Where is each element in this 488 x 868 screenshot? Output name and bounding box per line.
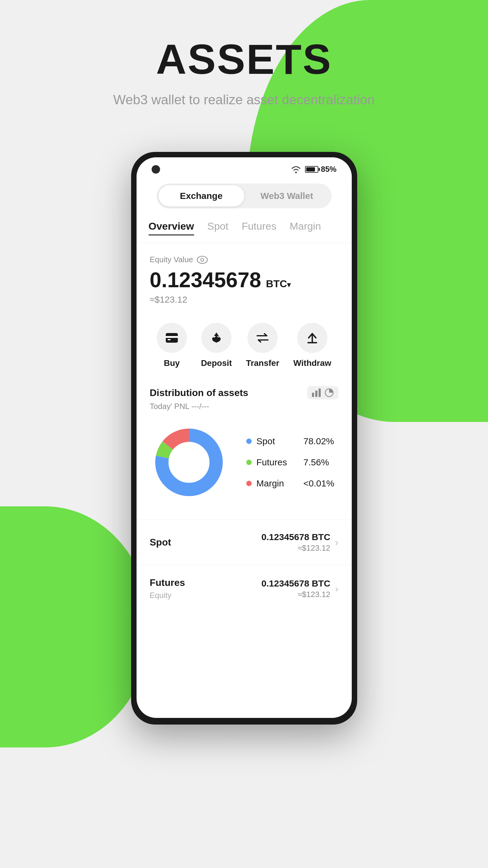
chart-area: Spot 78.02% Futures 7.56% Margin bbox=[150, 423, 338, 501]
withdraw-icon bbox=[306, 331, 319, 344]
bar-chart-icon[interactable] bbox=[312, 389, 321, 397]
wifi-icon bbox=[291, 165, 301, 174]
battery-indicator: 85% bbox=[305, 164, 336, 174]
legend-name-spot: Spot bbox=[256, 436, 299, 446]
nav-tab-spot[interactable]: Spot bbox=[207, 220, 228, 236]
chevron-right-futures: › bbox=[335, 583, 338, 594]
withdraw-button[interactable]: Withdraw bbox=[293, 323, 331, 368]
deposit-icon-circle bbox=[201, 323, 232, 353]
page-title: ASSETS bbox=[113, 36, 375, 83]
svg-rect-7 bbox=[315, 391, 317, 397]
nav-tabs: Overview Spot Futures Margin bbox=[136, 216, 352, 243]
withdraw-icon-circle bbox=[297, 323, 327, 353]
distribution-title: Distribution of assets bbox=[150, 387, 248, 398]
legend-dot-spot bbox=[246, 438, 252, 444]
deposit-label: Deposit bbox=[201, 358, 232, 368]
tab-web3wallet[interactable]: Web3 Wallet bbox=[244, 185, 330, 207]
pie-chart-icon[interactable] bbox=[325, 389, 334, 397]
status-icons: 85% bbox=[291, 164, 336, 174]
chevron-right-spot: › bbox=[335, 537, 338, 548]
legend-margin: Margin <0.01% bbox=[246, 478, 335, 489]
asset-left-futures: Futures Equity bbox=[150, 577, 185, 600]
deposit-button[interactable]: Deposit bbox=[201, 323, 232, 368]
asset-subtitle-futures: Equity bbox=[150, 591, 185, 600]
distribution-header: Distribution of assets bbox=[150, 386, 338, 399]
nav-tab-margin[interactable]: Margin bbox=[289, 220, 321, 236]
svg-point-0 bbox=[295, 172, 297, 173]
phone-screen: 85% Exchange Web3 Wallet Overview Spot F… bbox=[136, 157, 352, 718]
phone-mockup: 85% Exchange Web3 Wallet Overview Spot F… bbox=[131, 152, 357, 724]
legend-value-margin: <0.01% bbox=[304, 478, 335, 489]
battery-body bbox=[305, 166, 318, 173]
asset-row-spot[interactable]: Spot 0.12345678 BTC ≈$123.12 › bbox=[150, 520, 338, 565]
withdraw-label: Withdraw bbox=[293, 358, 331, 368]
phone-frame: 85% Exchange Web3 Wallet Overview Spot F… bbox=[131, 152, 357, 724]
buy-icon-circle bbox=[157, 323, 187, 353]
buy-icon bbox=[165, 333, 178, 343]
legend-value-spot: 78.02% bbox=[304, 436, 334, 446]
legend-spot: Spot 78.02% bbox=[246, 436, 335, 446]
transfer-icon bbox=[256, 333, 269, 343]
asset-right-futures: 0.12345678 BTC ≈$123.12 › bbox=[261, 578, 338, 599]
tab-exchange[interactable]: Exchange bbox=[158, 185, 244, 207]
equity-usd: ≈$123.12 bbox=[150, 294, 338, 305]
asset-usd-spot: ≈$123.12 bbox=[261, 544, 330, 553]
buy-label: Buy bbox=[164, 358, 180, 368]
buy-button[interactable]: Buy bbox=[157, 323, 187, 368]
transfer-icon-circle bbox=[247, 323, 278, 353]
tab-switcher: Exchange Web3 Wallet bbox=[157, 184, 332, 208]
donut-center bbox=[170, 443, 209, 482]
donut-chart bbox=[150, 423, 228, 501]
legend-dot-margin bbox=[246, 481, 252, 486]
asset-name-futures: Futures bbox=[150, 577, 185, 588]
transfer-label: Transfer bbox=[246, 358, 279, 368]
equity-label: Equity Value bbox=[150, 255, 338, 264]
main-content: Equity Value 0.12345678 BTC▾ ≈$123.12 bbox=[136, 243, 352, 624]
asset-btc-futures: 0.12345678 BTC bbox=[261, 578, 330, 589]
equity-value-display: 0.12345678 BTC▾ bbox=[150, 268, 338, 292]
svg-rect-4 bbox=[166, 336, 178, 338]
chart-toggle[interactable] bbox=[307, 386, 338, 399]
asset-right-spot: 0.12345678 BTC ≈$123.12 › bbox=[261, 532, 338, 553]
svg-rect-6 bbox=[312, 393, 314, 397]
svg-rect-5 bbox=[167, 339, 171, 340]
transfer-button[interactable]: Transfer bbox=[246, 323, 279, 368]
nav-tab-overview[interactable]: Overview bbox=[149, 220, 194, 236]
asset-name-spot: Spot bbox=[150, 537, 171, 548]
status-bar: 85% bbox=[136, 157, 352, 176]
deposit-icon bbox=[210, 331, 223, 344]
eye-icon bbox=[197, 256, 208, 264]
page-subtitle: Web3 wallet to realize asset decentraliz… bbox=[113, 90, 375, 110]
action-buttons: Buy Deposit bbox=[150, 323, 338, 368]
legend-items: Spot 78.02% Futures 7.56% Margin bbox=[246, 436, 335, 489]
legend-name-margin: Margin bbox=[256, 478, 299, 489]
svg-rect-8 bbox=[318, 389, 321, 397]
battery-percent: 85% bbox=[321, 164, 336, 174]
battery-fill bbox=[306, 167, 315, 172]
equity-number: 0.12345678 bbox=[150, 268, 261, 292]
asset-values-spot: 0.12345678 BTC ≈$123.12 bbox=[261, 532, 330, 553]
equity-unit: BTC▾ bbox=[266, 278, 291, 290]
asset-left-spot: Spot bbox=[150, 537, 171, 548]
nav-tab-futures[interactable]: Futures bbox=[242, 220, 276, 236]
asset-btc-spot: 0.12345678 BTC bbox=[261, 532, 330, 542]
legend-dot-futures bbox=[246, 460, 252, 465]
asset-values-futures: 0.12345678 BTC ≈$123.12 bbox=[261, 578, 330, 599]
legend-futures: Futures 7.56% bbox=[246, 457, 335, 467]
asset-row-futures[interactable]: Futures Equity 0.12345678 BTC ≈$123.12 › bbox=[150, 565, 338, 612]
svg-point-2 bbox=[201, 258, 204, 261]
pnl-text: Today' PNL ---/--- bbox=[150, 402, 338, 411]
legend-name-futures: Futures bbox=[256, 457, 299, 467]
legend-value-futures: 7.56% bbox=[304, 457, 329, 467]
camera-dot bbox=[152, 165, 160, 174]
svg-point-1 bbox=[197, 256, 207, 264]
asset-usd-futures: ≈$123.12 bbox=[261, 590, 330, 599]
